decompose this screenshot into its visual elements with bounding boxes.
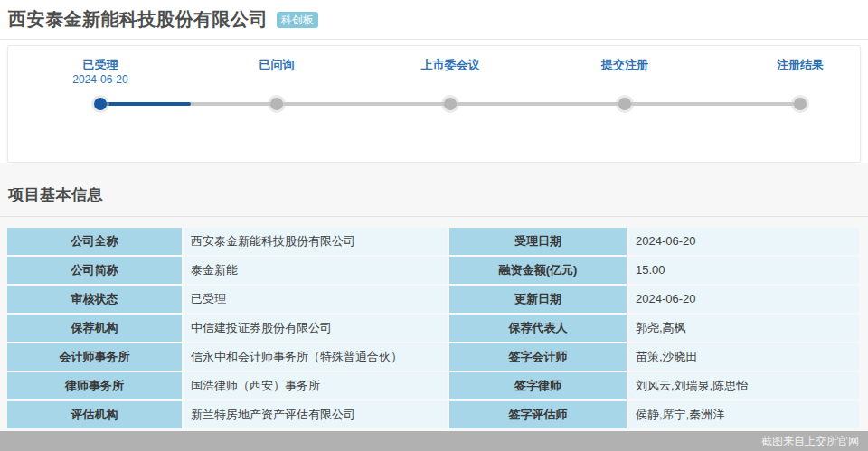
value-appraisal-agency: 新兰特房地产资产评估有限公司 [184, 401, 448, 428]
value-review-status: 已受理 [184, 286, 448, 313]
board-badge: 科创板 [277, 12, 318, 28]
project-info-table: 公司全称 西安泰金新能科技股份有限公司 受理日期 2024-06-20 公司简称… [7, 228, 861, 428]
timeline-track-progress [100, 102, 191, 106]
value-company-full-name: 西安泰金新能科技股份有限公司 [184, 228, 448, 255]
label-signing-accountants: 签字会计师 [449, 343, 627, 371]
timeline-stage-registration-result: 注册结果 [737, 57, 863, 72]
label-acceptance-date: 受理日期 [449, 228, 627, 255]
stage-label: 注册结果 [737, 57, 863, 72]
value-sponsor: 中信建投证券股份有限公司 [184, 315, 448, 342]
stage-label: 上市委会议 [387, 57, 514, 72]
stage-label: 已问询 [213, 57, 340, 72]
watermark-text: 截图来自上交所官网 [761, 435, 859, 447]
timeline-dot-registration-submitted [618, 98, 631, 110]
page-header: 西安泰金新能科技股份有限公司 科创板 [0, 0, 868, 40]
label-law-firm: 律师事务所 [7, 372, 182, 399]
value-signing-accountants: 苗策,沙晓田 [628, 343, 859, 371]
timeline-dot-registration-result [794, 98, 807, 110]
value-acceptance-date: 2024-06-20 [628, 228, 859, 255]
label-appraisal-agency: 评估机构 [7, 401, 182, 428]
value-sponsor-representatives: 郭尧,高枫 [628, 315, 859, 342]
value-company-short-name: 泰金新能 [184, 257, 448, 284]
value-law-firm: 国浩律师（西安）事务所 [184, 372, 448, 399]
label-company-short-name: 公司简称 [7, 257, 182, 284]
stage-label: 提交注册 [561, 57, 688, 72]
label-signing-appraisers: 签字评估师 [449, 401, 627, 428]
section-title: 项目基本信息 [0, 163, 868, 217]
label-accounting-firm: 会计师事务所 [7, 343, 182, 371]
value-update-date: 2024-06-20 [628, 286, 859, 313]
value-signing-lawyers: 刘风云,刘瑞泉,陈思怡 [628, 372, 859, 399]
timeline-dot-listing-committee [444, 98, 457, 110]
label-update-date: 更新日期 [449, 286, 627, 313]
stage-label: 已受理 [37, 57, 164, 72]
value-signing-appraisers: 侯静,席宁,秦洲洋 [628, 401, 859, 428]
timeline-stage-registration-submitted: 提交注册 [561, 57, 688, 72]
label-sponsor: 保荐机构 [7, 315, 182, 342]
timeline-dot-inquired [270, 98, 283, 110]
value-accounting-firm: 信永中和会计师事务所（特殊普通合伙） [184, 343, 448, 371]
value-financing-amount: 15.00 [628, 257, 859, 284]
project-info-section: 项目基本信息 公司全称 西安泰金新能科技股份有限公司 受理日期 2024-06-… [0, 163, 868, 451]
timeline-dot-accepted [94, 98, 107, 110]
label-signing-lawyers: 签字律师 [449, 372, 627, 399]
timeline-stage-accepted: 已受理 2024-06-20 [37, 57, 164, 87]
company-name: 西安泰金新能科技股份有限公司 [8, 7, 268, 32]
label-sponsor-representatives: 保荐代表人 [449, 315, 627, 342]
timeline-stage-inquired: 已问询 [213, 57, 340, 72]
label-review-status: 审核状态 [7, 286, 182, 313]
watermark-bar: 截图来自上交所官网 [0, 431, 868, 451]
review-timeline: 已受理 2024-06-20 已问询 上市委会议 提交注册 注册结果 [7, 45, 861, 163]
timeline-stage-listing-committee: 上市委会议 [387, 57, 514, 72]
stage-date: 2024-06-20 [37, 72, 164, 87]
label-company-full-name: 公司全称 [7, 228, 182, 255]
label-financing-amount: 融资金额(亿元) [449, 257, 627, 284]
